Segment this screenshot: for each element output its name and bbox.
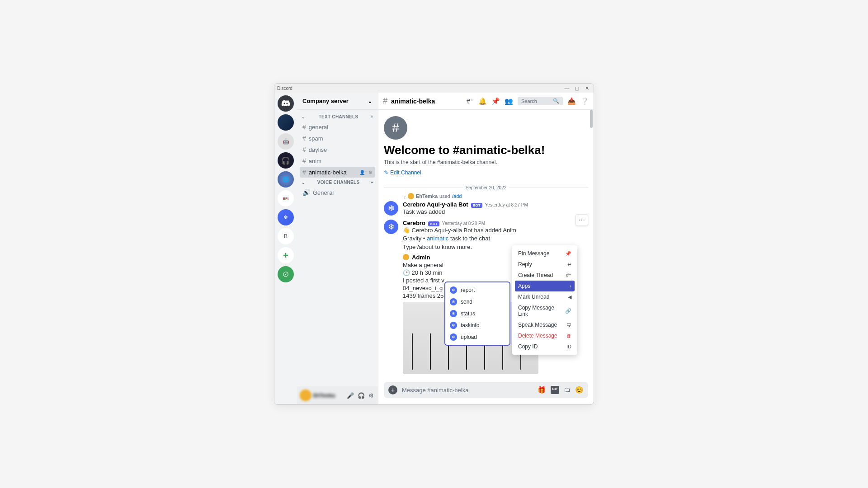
- reply-reference[interactable]: ╭ EhTemka used /add: [403, 193, 588, 199]
- explore-button[interactable]: [278, 266, 294, 282]
- app-cmd-upload[interactable]: ❄upload: [447, 331, 508, 343]
- app-window: Discord — ▢ ✕ 🤖 🎧 🌐 EFI ❄ B +: [274, 83, 594, 405]
- server-item[interactable]: B: [278, 228, 294, 244]
- hash-icon: #: [302, 135, 306, 142]
- user-settings-button[interactable]: ⚙: [367, 391, 375, 400]
- bot-badge: BOT: [471, 203, 482, 208]
- members-icon[interactable]: 👥: [505, 97, 513, 105]
- deafen-button[interactable]: 🎧: [356, 391, 366, 400]
- add-server-button[interactable]: +: [278, 247, 294, 263]
- bot-badge: BOT: [428, 221, 439, 226]
- settings-icon[interactable]: ⚙: [368, 170, 373, 175]
- server-item[interactable]: [278, 114, 294, 131]
- app-cmd-status[interactable]: ❄status: [447, 308, 508, 319]
- ctx-copy-link[interactable]: Copy Message Link🔗: [515, 302, 575, 319]
- embed-author: Admin: [412, 254, 430, 261]
- message-avatar[interactable]: ❄: [384, 220, 398, 234]
- compass-icon: [283, 271, 289, 277]
- channel-header: # animatic-belka #⁺ 🔔 📌 👥 Search 🔍 📥 ❔: [378, 93, 594, 110]
- search-input[interactable]: Search 🔍: [518, 97, 563, 105]
- task-link[interactable]: animatic: [427, 235, 448, 242]
- attach-button[interactable]: +: [388, 385, 397, 394]
- close-button[interactable]: ✕: [583, 85, 591, 91]
- speaker-icon: 🔊: [302, 189, 310, 196]
- inbox-icon[interactable]: 📥: [567, 97, 576, 105]
- ctx-apps[interactable]: Apps›: [515, 281, 575, 291]
- user-name: EhTemka: [313, 393, 344, 398]
- reply-avatar: [408, 193, 414, 199]
- ctx-reply[interactable]: Reply↩: [515, 259, 575, 270]
- category-text-channels[interactable]: TEXT CHANNELS +: [299, 113, 376, 121]
- speak-icon: 🗨: [566, 322, 571, 328]
- ctx-mark-unread[interactable]: Mark Unread◀: [515, 291, 575, 302]
- channel-welcome-icon: #: [384, 116, 407, 140]
- hash-icon: #: [302, 157, 306, 164]
- welcome-block: # Welcome to #animatic-belka! This is th…: [384, 114, 588, 181]
- message-input[interactable]: + Message #animatic-belka 🎁 GIF 🗂 😊: [384, 382, 588, 398]
- search-icon: 🔍: [553, 98, 559, 104]
- reply-icon: ↩: [567, 262, 571, 267]
- message-timestamp: Yesterday at 8:28 PM: [442, 221, 485, 226]
- mute-button[interactable]: 🎤: [345, 391, 355, 400]
- channel-general[interactable]: #general: [300, 122, 375, 132]
- message-avatar[interactable]: ❄: [384, 201, 398, 216]
- channel-spam[interactable]: #spam: [300, 133, 375, 144]
- user-panel: EhTemka 🎤 🎧 ⚙: [297, 386, 378, 404]
- gift-icon[interactable]: 🎁: [538, 386, 546, 394]
- message-author[interactable]: Cerebro Aqui-y-alla Bot: [403, 201, 468, 208]
- channel-anim[interactable]: #anim: [300, 155, 375, 166]
- channel-daylise[interactable]: #daylise: [300, 144, 375, 155]
- ctx-pin-message[interactable]: Pin Message📌: [515, 248, 575, 259]
- edit-channel-link[interactable]: ✎ Edit Channel: [384, 169, 421, 176]
- message-timestamp: Yesterday at 8:27 PM: [485, 202, 528, 207]
- message-context-menu: Pin Message📌 Reply↩ Create Thread#⁺ Apps…: [512, 245, 577, 355]
- notifications-icon[interactable]: 🔔: [478, 97, 487, 105]
- unread-icon: ◀: [568, 294, 571, 300]
- category-voice-channels[interactable]: VOICE CHANNELS +: [299, 178, 376, 187]
- sticker-icon[interactable]: 🗂: [564, 386, 571, 394]
- link-icon: 🔗: [565, 308, 571, 314]
- server-item[interactable]: 🤖: [278, 133, 294, 150]
- message-placeholder: Message #animatic-belka: [402, 387, 533, 394]
- app-cmd-report[interactable]: ❄report: [447, 284, 508, 296]
- app-cmd-taskinfo[interactable]: ❄taskinfo: [447, 319, 508, 331]
- help-icon[interactable]: ❔: [580, 97, 589, 105]
- scrollbar[interactable]: [590, 110, 593, 377]
- ctx-delete[interactable]: Delete Message🗑: [515, 330, 575, 341]
- emoji-icon[interactable]: 😊: [575, 386, 584, 394]
- server-item[interactable]: 🌐: [278, 171, 294, 188]
- maximize-button[interactable]: ▢: [573, 85, 581, 91]
- pinned-icon[interactable]: 📌: [491, 97, 500, 105]
- server-list: 🤖 🎧 🌐 EFI ❄ B +: [274, 93, 297, 404]
- home-button[interactable]: [278, 95, 294, 112]
- welcome-title: Welcome to #animatic-belka!: [384, 143, 588, 157]
- user-avatar[interactable]: [300, 389, 311, 401]
- welcome-subtitle: This is the start of the #animatic-belka…: [384, 159, 588, 165]
- server-item[interactable]: 🎧: [278, 152, 294, 169]
- server-item[interactable]: EFI: [278, 190, 294, 206]
- channel-animatic-belka[interactable]: #animatic-belka 👤⁺⚙: [300, 167, 375, 178]
- message-author[interactable]: Cerebro: [403, 220, 425, 226]
- gif-button[interactable]: GIF: [551, 386, 559, 394]
- titlebar: Discord — ▢ ✕: [274, 84, 594, 93]
- server-item-cerebro[interactable]: ❄: [278, 209, 294, 225]
- titlebar-app-name: Discord: [277, 86, 292, 91]
- ctx-speak[interactable]: Speak Message🗨: [515, 319, 575, 330]
- add-channel-icon[interactable]: +: [371, 180, 373, 185]
- window-controls: — ▢ ✕: [563, 85, 591, 91]
- ctx-create-thread[interactable]: Create Thread#⁺: [515, 270, 575, 281]
- file-link[interactable]: 04_neveso_i_g: [403, 285, 443, 291]
- threads-icon[interactable]: #⁺: [467, 97, 474, 105]
- voice-channel-general[interactable]: 🔊General: [300, 187, 375, 198]
- pin-icon: 📌: [565, 251, 571, 257]
- minimize-button[interactable]: —: [563, 85, 571, 91]
- server-header[interactable]: Company server ⌄: [297, 93, 378, 110]
- ctx-copy-id[interactable]: Copy IDID: [515, 341, 575, 352]
- app-cmd-send[interactable]: ❄send: [447, 296, 508, 308]
- app-icon: ❄: [450, 333, 457, 341]
- invite-icon[interactable]: 👤⁺: [359, 170, 367, 175]
- add-channel-icon[interactable]: +: [371, 114, 373, 119]
- message-actions-button[interactable]: ⋯: [576, 214, 588, 226]
- hash-icon: #: [302, 146, 306, 153]
- header-toolbar: #⁺ 🔔 📌 👥 Search 🔍 📥 ❔: [467, 97, 589, 105]
